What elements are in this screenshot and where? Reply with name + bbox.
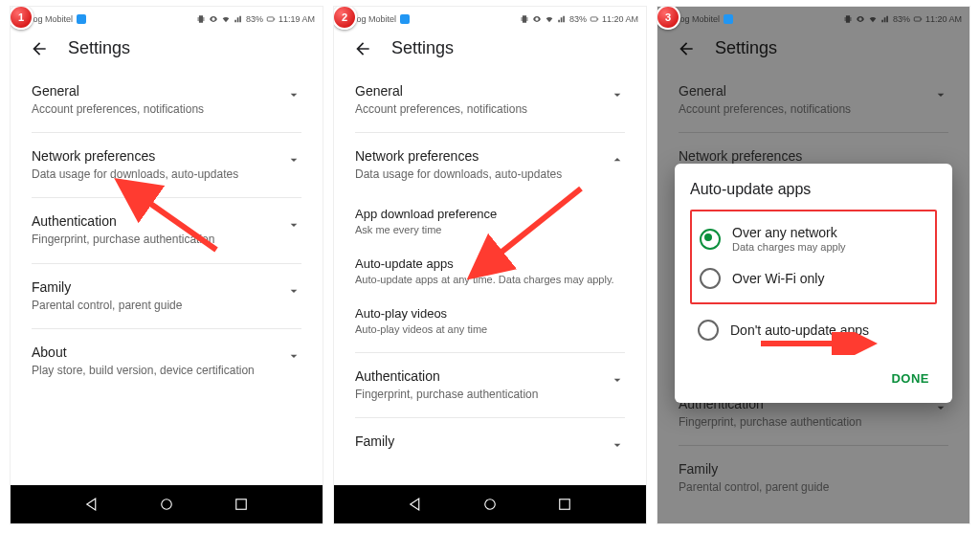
eye-icon xyxy=(532,14,542,24)
back-icon[interactable] xyxy=(30,39,49,58)
svg-rect-6 xyxy=(597,18,598,20)
item-sub: Account preferences, notifications xyxy=(32,101,277,117)
radio-icon xyxy=(698,320,719,341)
settings-list: GeneralAccount preferences, notification… xyxy=(334,68,646,468)
item-sub: Account preferences, notifications xyxy=(355,101,600,117)
nav-back-icon[interactable] xyxy=(407,496,424,513)
vibrate-icon xyxy=(520,14,529,24)
svg-point-7 xyxy=(485,500,496,510)
clock-label: 11:19 AM xyxy=(278,14,315,24)
item-label: Authentication xyxy=(32,213,277,229)
settings-item-about[interactable]: AboutPlay store, build version, device c… xyxy=(32,329,301,393)
clock-label: 11:20 AM xyxy=(925,14,962,24)
radio-label: Don't auto-update apps xyxy=(730,322,869,338)
settings-item-network[interactable]: Network preferencesData usage for downlo… xyxy=(355,133,625,197)
item-label: Auto-update apps xyxy=(355,256,625,271)
chevron-down-icon xyxy=(286,348,301,364)
item-sub: Ask me every time xyxy=(355,223,625,237)
item-sub: Parental control, parent guide xyxy=(32,298,277,313)
radio-label: Over Wi-Fi only xyxy=(732,271,824,286)
svg-rect-0 xyxy=(267,17,274,21)
battery-label: 83% xyxy=(569,14,587,24)
item-sub: Data usage for downloads, auto-updates xyxy=(355,167,600,182)
sub-item-download-pref[interactable]: App download preference Ask me every tim… xyxy=(355,197,625,247)
wifi-icon xyxy=(221,14,231,24)
radio-over-wifi-only[interactable]: Over Wi-Fi only xyxy=(698,260,929,297)
page-title: Settings xyxy=(715,38,777,58)
nav-recent-icon[interactable] xyxy=(556,496,573,513)
notification-icon xyxy=(400,14,410,24)
settings-item-general: GeneralAccount preferences, notification… xyxy=(679,68,948,133)
battery-label: 83% xyxy=(893,14,910,24)
chevron-up-icon xyxy=(610,152,625,167)
battery-icon xyxy=(913,14,923,24)
item-sub: Data usage for downloads, auto-updates xyxy=(32,167,277,182)
svg-rect-10 xyxy=(914,17,921,21)
notification-icon xyxy=(724,14,733,24)
sub-item-autoplay[interactable]: Auto-play videos Auto-play videos at any… xyxy=(355,297,625,353)
highlighted-options: Over any networkData charges may apply O… xyxy=(690,210,937,304)
phone-screen-3: 3 Dialog Mobitel 83% 11:20 AM Settings G… xyxy=(657,6,970,524)
wifi-icon xyxy=(868,14,878,24)
svg-rect-11 xyxy=(921,18,922,20)
notification-icon xyxy=(77,14,86,24)
battery-icon xyxy=(590,14,599,24)
settings-item-general[interactable]: GeneralAccount preferences, notification… xyxy=(32,68,301,133)
item-label: Network preferences xyxy=(355,148,600,164)
radio-dont-auto-update[interactable]: Don't auto-update apps xyxy=(690,312,937,348)
status-bar: Dialog Mobitel 83% 11:20 AM xyxy=(657,7,969,29)
settings-item-family[interactable]: Family xyxy=(355,418,625,468)
item-label: General xyxy=(32,83,277,99)
wifi-icon xyxy=(545,14,554,24)
radio-sub: Data charges may apply xyxy=(732,241,846,253)
back-icon[interactable] xyxy=(677,39,696,58)
chevron-down-icon xyxy=(610,437,625,453)
appbar: Settings xyxy=(334,29,646,68)
page-title: Settings xyxy=(391,38,454,58)
page-title: Settings xyxy=(68,38,130,58)
done-button[interactable]: DONE xyxy=(883,366,937,391)
nav-home-icon[interactable] xyxy=(158,496,175,513)
phone-screen-1: 1 Dialog Mobitel 83% 11:19 AM Settings G… xyxy=(10,6,323,524)
signal-icon xyxy=(880,14,890,24)
settings-item-authentication[interactable]: AuthenticationFingerprint, purchase auth… xyxy=(32,198,301,263)
svg-rect-5 xyxy=(590,17,597,21)
nav-recent-icon[interactable] xyxy=(233,496,250,513)
item-label: Authentication xyxy=(355,368,600,384)
settings-item-network[interactable]: Network preferencesData usage for downlo… xyxy=(32,133,301,198)
item-sub: Fingerprint, purchase authentication xyxy=(32,232,277,247)
item-label: Auto-play videos xyxy=(355,306,625,321)
phone-screen-2: 2 Dialog Mobitel 83% 11:20 AM Settings G… xyxy=(333,6,647,524)
chevron-down-icon xyxy=(933,87,948,102)
dialog-title: Auto-update apps xyxy=(690,181,937,198)
clock-label: 11:20 AM xyxy=(602,14,638,24)
nav-home-icon[interactable] xyxy=(481,496,499,513)
chevron-down-icon xyxy=(286,152,301,167)
appbar: Settings xyxy=(657,29,969,68)
chevron-down-icon xyxy=(286,87,301,102)
vibrate-icon xyxy=(843,14,853,24)
back-icon[interactable] xyxy=(353,39,372,58)
svg-point-2 xyxy=(162,500,172,510)
item-label: App download preference xyxy=(355,207,625,221)
settings-item-family[interactable]: FamilyParental control, parent guide xyxy=(32,264,301,329)
item-label: Family xyxy=(679,461,948,477)
item-label: General xyxy=(355,83,600,99)
item-label: Family xyxy=(355,433,600,449)
battery-icon xyxy=(266,14,276,24)
signal-icon xyxy=(234,14,243,24)
vibrate-icon xyxy=(196,14,206,24)
settings-item-general[interactable]: GeneralAccount preferences, notification… xyxy=(355,68,625,133)
nav-back-icon[interactable] xyxy=(83,496,100,513)
sub-item-auto-update[interactable]: Auto-update apps Auto-update apps at any… xyxy=(355,247,625,297)
settings-item-family: FamilyParental control, parent guide xyxy=(679,446,948,510)
radio-over-any-network[interactable]: Over any networkData charges may apply xyxy=(698,217,929,260)
android-navbar xyxy=(11,485,323,523)
settings-item-authentication[interactable]: AuthenticationFingerprint, purchase auth… xyxy=(355,353,625,418)
svg-rect-8 xyxy=(560,500,570,510)
svg-rect-3 xyxy=(236,500,247,510)
settings-list: GeneralAccount preferences, notification… xyxy=(11,68,323,393)
item-sub: Fingerprint, purchase authentication xyxy=(679,414,924,430)
item-sub: Auto-update apps at any time. Data charg… xyxy=(355,273,625,287)
chevron-down-icon xyxy=(610,87,625,102)
